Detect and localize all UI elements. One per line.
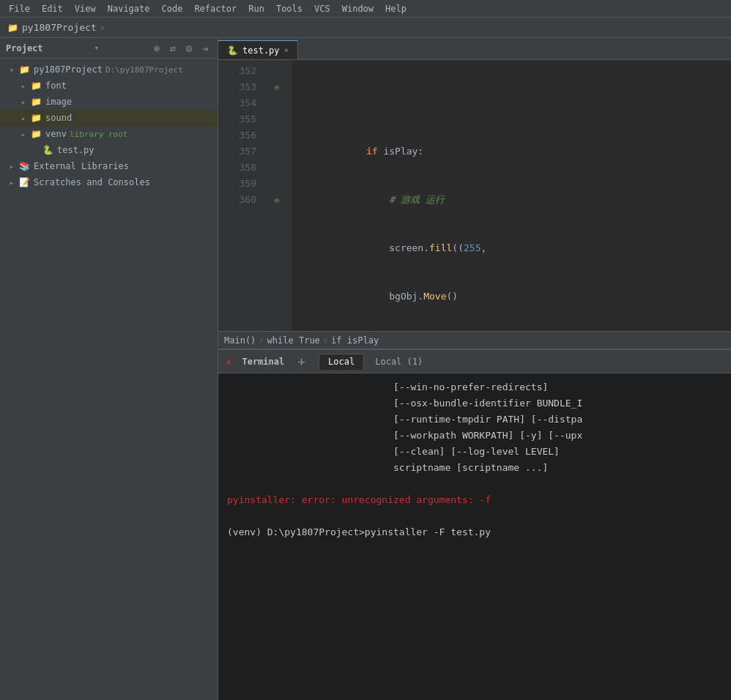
tree-item-scratches[interactable]: ▸ 📝 Scratches and Consoles	[0, 174, 218, 190]
menu-tools[interactable]: Tools	[270, 2, 308, 15]
fold-cell-355	[262, 111, 292, 127]
line-num-357: 357	[218, 144, 256, 160]
terminal-label: Terminal	[242, 357, 284, 367]
menu-code[interactable]: Code	[156, 2, 189, 15]
menu-refactor[interactable]: Refactor	[188, 2, 242, 15]
comment-354: # 游戏 运行	[389, 192, 444, 208]
code-line-355: screen.fill((255,	[297, 240, 725, 256]
line-num-359: 359	[218, 176, 256, 192]
fold-markers: ⊖ ⊖	[262, 60, 292, 331]
terminal-line-cmd: (venv) D:\py1807Project>pyinstaller -F t…	[227, 524, 722, 540]
tree-item-venv[interactable]: ▸ 📁 venv library root	[0, 126, 218, 142]
terminal-header: × Terminal + Local Local (1)	[218, 350, 731, 373]
line-num-355: 355	[218, 111, 256, 127]
tree-label-font: font	[45, 81, 67, 91]
tab-bar: 🐍 test.py ×	[218, 38, 731, 60]
tree-label-external: External Libraries	[34, 161, 129, 171]
tree-path-root: D:\py1807Project	[105, 65, 183, 75]
tree-item-external[interactable]: ▸ 📚 External Libraries	[0, 158, 218, 174]
fold-cell-357	[262, 144, 292, 160]
main-layout: Project ▾ ⊕ ⇄ ⚙ ⇥ ▾ 📁 py1807Project D:\p…	[0, 38, 731, 700]
terminal-close-button[interactable]: ×	[221, 354, 236, 369]
tree-arrow-scratches: ▸	[6, 179, 18, 187]
library-root-label: library root	[70, 130, 127, 139]
menu-file[interactable]: File	[3, 2, 36, 15]
terminal-line-5: [--clean] [--log-level LEVEL]	[227, 444, 722, 460]
code-line-353: if isPlay:	[297, 144, 725, 160]
line-num-360: 360	[218, 192, 256, 208]
fold-cell-359	[262, 176, 292, 192]
menu-run[interactable]: Run	[242, 2, 270, 15]
py-icon-testpy: 🐍	[41, 145, 54, 155]
fold-cell-354	[262, 95, 292, 111]
tree-item-sound[interactable]: ▸ 📁 sound	[0, 110, 218, 126]
menu-edit[interactable]: Edit	[36, 2, 69, 15]
line-numbers: 352 353 354 355 356 357 358 359 360	[218, 60, 262, 331]
breadcrumb-main[interactable]: Main()	[224, 335, 256, 346]
tree-label-testpy: test.py	[57, 145, 94, 155]
tree-item-image[interactable]: ▸ 📁 image	[0, 94, 218, 110]
external-icon: 📚	[18, 161, 31, 171]
fold-cell-360[interactable]: ⊖	[262, 192, 292, 208]
folder-icon-font: 📁	[29, 81, 42, 91]
tree-arrow-sound: ▸	[18, 114, 29, 122]
menu-bar: File Edit View Navigate Code Refactor Ru…	[0, 0, 731, 18]
menu-help[interactable]: Help	[379, 2, 412, 15]
folder-icon-venv: 📁	[29, 129, 42, 139]
tree-arrow-root: ▾	[6, 66, 18, 74]
title-arrow: ›	[100, 22, 105, 33]
tree-label-sound: sound	[45, 113, 72, 123]
line-num-352: 352	[218, 63, 256, 79]
menu-navigate[interactable]: Navigate	[102, 2, 156, 15]
terminal-line-9	[227, 508, 722, 524]
folder-icon-sound: 📁	[29, 113, 42, 123]
terminal-tab-local[interactable]: Local	[319, 354, 364, 370]
terminal-body[interactable]: [--win-no-prefer-redirects] [--osx-bundl…	[218, 373, 731, 700]
code-lines[interactable]: if isPlay: # 游戏 运行 screen.fill((255, bgO…	[292, 60, 731, 331]
breadcrumb-ifisplay[interactable]: if isPlay	[331, 335, 379, 346]
sidebar-dropdown[interactable]: ▾	[94, 43, 99, 53]
sidebar-settings-icon[interactable]: ⚙	[182, 42, 196, 54]
bottom-panel: × Terminal + Local Local (1) [--win-no-p…	[218, 349, 731, 700]
breadcrumb-whiletrue[interactable]: while True	[267, 335, 320, 346]
tree-arrow-external: ▸	[6, 163, 18, 171]
breadcrumb-bar: Main() › while True › if isPlay	[218, 331, 731, 349]
fold-cell-353[interactable]: ⊖	[262, 79, 292, 95]
tree-item-root[interactable]: ▾ 📁 py1807Project D:\py1807Project	[0, 62, 218, 78]
line-num-358: 358	[218, 160, 256, 176]
terminal-line-6: scriptname [scriptname ...]	[227, 460, 722, 476]
terminal-tabs: Local Local (1)	[313, 354, 438, 370]
tree-arrow-font: ▸	[18, 82, 29, 90]
tree-label-root: py1807Project	[34, 64, 103, 75]
folder-icon-root: 📁	[18, 64, 31, 75]
sidebar-expand-icon[interactable]: ⇥	[198, 42, 212, 54]
project-title: py1807Project	[22, 22, 97, 33]
terminal-tab-local1[interactable]: Local (1)	[366, 354, 432, 370]
sidebar-sync-icon[interactable]: ⊕	[150, 42, 163, 54]
sidebar-title: Project	[6, 43, 43, 53]
code-line-356: bgObj.Move()	[297, 288, 725, 305]
tab-testpy[interactable]: 🐍 test.py ×	[218, 40, 298, 59]
menu-view[interactable]: View	[69, 2, 102, 15]
scratches-icon: 📝	[18, 177, 31, 187]
sidebar-sort-icon[interactable]: ⇄	[166, 42, 179, 54]
tree-item-testpy[interactable]: ▸ 🐍 test.py	[0, 142, 218, 158]
terminal-add-button[interactable]: +	[293, 354, 310, 369]
menu-vcs[interactable]: VCS	[308, 2, 336, 15]
code-line-352	[297, 95, 725, 111]
tree-label-image: image	[45, 97, 72, 107]
tab-close-button[interactable]: ×	[284, 45, 289, 55]
tree-item-font[interactable]: ▸ 📁 font	[0, 78, 218, 94]
project-folder-icon: 📁	[6, 23, 19, 33]
menu-window[interactable]: Window	[336, 2, 379, 15]
terminal-line-7	[227, 476, 722, 492]
fold-cell-352	[262, 63, 292, 79]
tree-label-venv: venv	[45, 129, 67, 139]
code-line-354: # 游戏 运行	[297, 192, 725, 208]
terminal-line-3: [--runtime-tmpdir PATH] [--distpa	[227, 412, 722, 428]
tab-filename: test.py	[242, 45, 280, 56]
tab-file-icon: 🐍	[227, 45, 238, 56]
sidebar-header: Project ▾ ⊕ ⇄ ⚙ ⇥	[0, 38, 218, 59]
code-editor[interactable]: 352 353 354 355 356 357 358 359 360 ⊖	[218, 60, 731, 331]
terminal-line-4: [--workpath WORKPATH] [-y] [--upx	[227, 428, 722, 444]
